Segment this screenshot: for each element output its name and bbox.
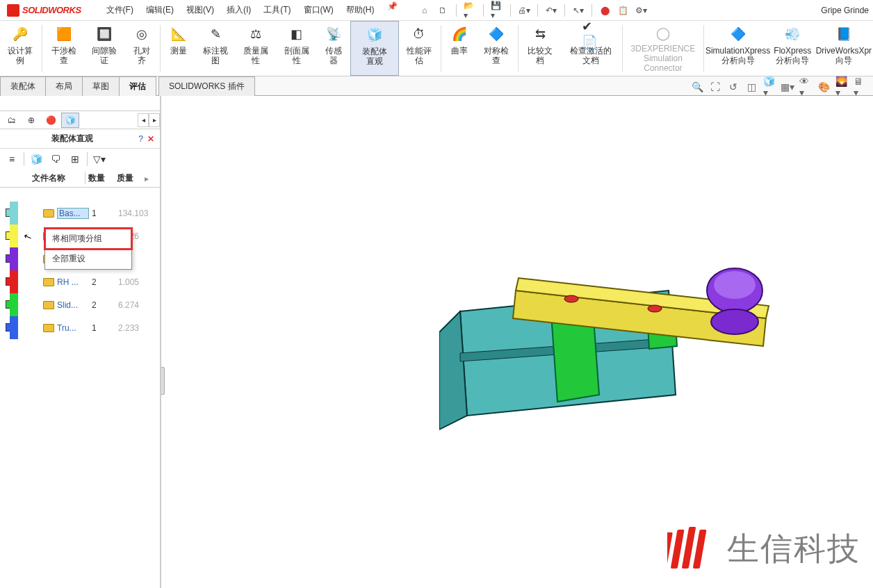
menu-file[interactable]: 文件(F) bbox=[101, 1, 139, 19]
tab-sketch[interactable]: 草图 bbox=[82, 76, 120, 96]
nav-prev-button[interactable]: ◂ bbox=[138, 113, 149, 127]
save-icon[interactable]: 💾▾ bbox=[491, 4, 503, 17]
menu-help[interactable]: 帮助(H) bbox=[341, 1, 380, 19]
design-study-button[interactable]: 🔑 设计算例 bbox=[0, 21, 40, 76]
graphics-viewport[interactable]: 生信科技 bbox=[161, 96, 873, 588]
context-reset-all[interactable]: 全部重设 bbox=[45, 249, 131, 269]
col-header-qty[interactable]: 数量 bbox=[85, 172, 114, 184]
markup-view-button[interactable]: ✎ 标注视图 bbox=[195, 21, 236, 76]
columns-icon[interactable]: ⊞ bbox=[67, 152, 83, 167]
undo-icon[interactable]: ↶▾ bbox=[545, 4, 557, 17]
parts-icon[interactable]: 🧊 bbox=[28, 152, 44, 167]
svg-point-13 bbox=[714, 271, 756, 299]
view-orientation-icon[interactable]: 🧊▾ bbox=[763, 81, 776, 93]
clearance-verify-button[interactable]: 🔲 间隙验证 bbox=[84, 21, 124, 76]
new-icon[interactable]: 🗋 bbox=[436, 4, 449, 17]
previous-view-icon[interactable]: ↺ bbox=[727, 81, 740, 93]
menu-insert[interactable]: 插入(I) bbox=[221, 1, 256, 19]
display-style-icon[interactable]: ▦▾ bbox=[781, 81, 794, 93]
home-icon[interactable]: ⌂ bbox=[418, 4, 431, 17]
appearance-icon[interactable]: 🎨 bbox=[817, 81, 830, 93]
part-name[interactable]: Tru... bbox=[57, 323, 89, 333]
tab-assembly[interactable]: 装配体 bbox=[0, 76, 46, 96]
section-view-icon[interactable]: ◫ bbox=[745, 81, 758, 93]
tab-plugins[interactable]: SOLIDWORKS 插件 bbox=[158, 76, 255, 96]
col-header-name[interactable]: 文件名称 bbox=[32, 172, 85, 184]
hide-show-icon[interactable]: 👁▾ bbox=[799, 81, 812, 93]
part-name[interactable]: Slid... bbox=[57, 300, 89, 310]
assembly-visualization-button[interactable]: 🧊 装配体直观 bbox=[350, 21, 399, 76]
help-icon[interactable]: ? bbox=[138, 134, 143, 144]
separator bbox=[42, 25, 42, 72]
simxpress-icon: 🔷 bbox=[729, 25, 747, 43]
view-settings-icon[interactable]: 🖥▾ bbox=[854, 81, 866, 93]
section-properties-button[interactable]: ◧ 剖面属性 bbox=[276, 21, 316, 76]
sensor-button[interactable]: 📡 传感器 bbox=[317, 21, 351, 76]
check-active-doc-button[interactable]: ✔📄 检查激活的文档 bbox=[560, 21, 621, 76]
col-header-mass[interactable]: 质量 bbox=[114, 172, 145, 184]
floxpress-button[interactable]: 💨 FloXpress 分析向导 bbox=[771, 21, 815, 76]
context-group-identical[interactable]: 将相同项分组 bbox=[45, 229, 131, 249]
panel-spacer bbox=[0, 96, 160, 111]
part-mass: 6.274 bbox=[117, 300, 153, 310]
mass-icon: ⚖ bbox=[247, 25, 265, 43]
svg-rect-16 bbox=[682, 527, 696, 569]
symmetry-check-button[interactable]: 🔷 对称检查 bbox=[476, 21, 516, 76]
zoom-area-icon[interactable]: ⛶ bbox=[709, 81, 721, 93]
filter-icon[interactable]: ▽▾ bbox=[92, 152, 107, 167]
feature-tree-tab[interactable]: 🗂 bbox=[3, 113, 21, 128]
pin-icon[interactable]: 📌 bbox=[387, 1, 398, 19]
table-row[interactable]: RH ... 2 1.005 bbox=[0, 270, 160, 293]
table-row[interactable]: Bas... 1 134.103 bbox=[0, 202, 160, 224]
asm-visual-tab[interactable]: 🧊 bbox=[61, 113, 79, 128]
menu-edit[interactable]: 编辑(E) bbox=[140, 1, 179, 19]
measure-button[interactable]: 📐 测量 bbox=[162, 21, 195, 76]
settings-icon[interactable]: ⚙▾ bbox=[635, 4, 648, 17]
curvature-button[interactable]: 🌈 曲率 bbox=[443, 21, 476, 76]
splitter-handle[interactable] bbox=[161, 367, 165, 395]
separator bbox=[87, 152, 88, 166]
property-tab[interactable]: ⊕ bbox=[22, 113, 40, 128]
asm-visual-icon: 🧊 bbox=[366, 26, 384, 44]
menu-view[interactable]: 视图(V) bbox=[181, 1, 220, 19]
nav-next-button[interactable]: ▸ bbox=[149, 113, 160, 127]
interference-check-button[interactable]: 🟧 干涉检查 bbox=[44, 21, 84, 76]
gradient-icon[interactable]: 🗨 bbox=[48, 152, 63, 167]
mass-properties-button[interactable]: ⚖ 质量属性 bbox=[236, 21, 276, 76]
check-doc-icon: ✔📄 bbox=[582, 25, 600, 43]
menu-tools[interactable]: 工具(T) bbox=[258, 1, 296, 19]
feature-manager-panel: 🗂 ⊕ 🔴 🧊 ◂ ▸ 装配体直观 ? ✕ ≡ 🧊 🗨 ⊞ ▽▾ 文件名称 数量 bbox=[0, 96, 161, 588]
select-icon[interactable]: ↖▾ bbox=[572, 4, 585, 17]
print-icon[interactable]: 🖨▾ bbox=[518, 4, 530, 17]
rebuild-icon[interactable]: ⬤ bbox=[599, 4, 612, 17]
table-row[interactable]: Tru... 1 2.233 bbox=[0, 316, 160, 339]
title-bar: SOLIDWORKS 文件(F) 编辑(E) 视图(V) 插入(I) 工具(T)… bbox=[0, 0, 873, 21]
measure-icon: 📐 bbox=[170, 25, 188, 43]
driveworksxpress-button[interactable]: 📘 DriveWorksXpr 向导 bbox=[815, 21, 873, 76]
tab-evaluate[interactable]: 评估 bbox=[119, 76, 156, 96]
hole-alignment-button[interactable]: ◎ 孔对齐 bbox=[125, 21, 159, 76]
column-headers: 文件名称 数量 质量 ▸ bbox=[0, 170, 160, 188]
compare-docs-button[interactable]: ⇆ 比较文档 bbox=[520, 21, 560, 76]
more-columns-icon[interactable]: ▸ bbox=[145, 174, 149, 183]
options-icon[interactable]: 📋 bbox=[617, 4, 630, 17]
config-tab[interactable]: 🔴 bbox=[42, 113, 60, 128]
table-row[interactable]: Slid... 2 6.274 bbox=[0, 293, 160, 316]
heads-up-view-toolbar: 🔍 ⛶ ↺ ◫ 🧊▾ ▦▾ 👁▾ 🎨 🌄▾ 🖥▾ bbox=[684, 79, 873, 95]
menu-window[interactable]: 窗口(W) bbox=[298, 1, 339, 19]
zoom-fit-icon[interactable]: 🔍 bbox=[691, 81, 703, 93]
close-icon[interactable]: ✕ bbox=[147, 134, 154, 144]
part-icon bbox=[43, 278, 54, 286]
tab-layout[interactable]: 布局 bbox=[45, 76, 83, 96]
scene-icon[interactable]: 🌄▾ bbox=[835, 81, 848, 93]
3dexperience-button: ◯ 3DEXPERIENCESimulation Connector bbox=[624, 21, 701, 76]
part-name[interactable]: RH ... bbox=[57, 277, 89, 287]
open-icon[interactable]: 📂▾ bbox=[464, 4, 476, 17]
svg-point-9 bbox=[564, 295, 578, 302]
ribbon-toolbar: 🔑 设计算例 🟧 干涉检查 🔲 间隙验证 ◎ 孔对齐 📐 测量 ✎ 标注视图 ⚖… bbox=[0, 21, 873, 76]
performance-eval-button[interactable]: ⏱ 性能评估 bbox=[399, 21, 439, 76]
main-content: 🗂 ⊕ 🔴 🧊 ◂ ▸ 装配体直观 ? ✕ ≡ 🧊 🗨 ⊞ ▽▾ 文件名称 数量 bbox=[0, 96, 873, 588]
simulationxpress-button[interactable]: 🔷 SimulationXpress 分析向导 bbox=[705, 21, 770, 76]
part-name[interactable]: Bas... bbox=[57, 208, 89, 219]
flat-nested-icon[interactable]: ≡ bbox=[4, 152, 19, 167]
